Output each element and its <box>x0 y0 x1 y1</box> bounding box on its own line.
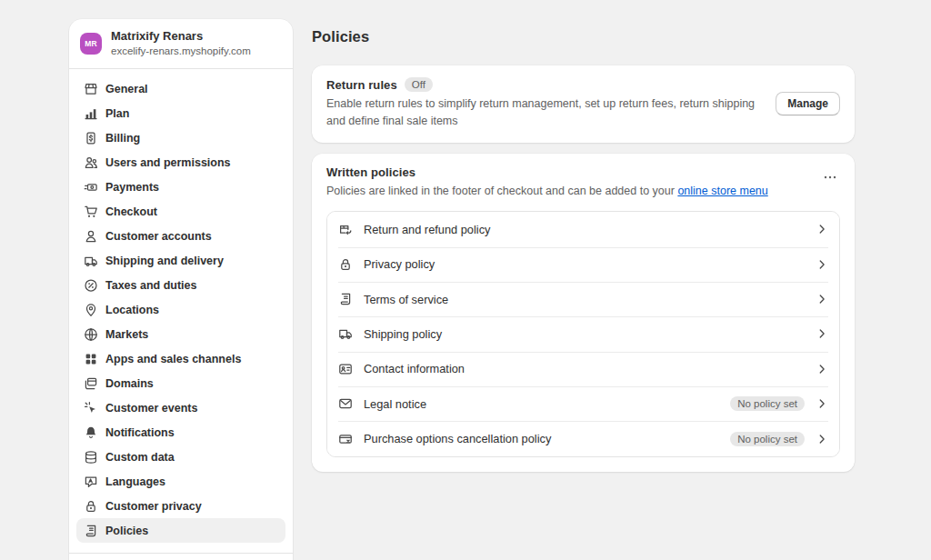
store-identity: Matrixify Renars excelify-renars.myshopi… <box>111 29 251 57</box>
scroll-icon <box>84 524 98 538</box>
sidebar-item-label: Checkout <box>105 205 157 218</box>
policy-label: Contact information <box>364 362 465 375</box>
sidebar-item-label: Apps and sales channels <box>105 353 241 365</box>
online-store-menu-link[interactable]: online store menu <box>677 185 767 197</box>
policy-status-badge: No policy set <box>730 396 805 411</box>
sidebar-item-policies[interactable]: Policies <box>76 518 285 543</box>
sidebar-item-general[interactable]: General <box>76 76 285 101</box>
sidebar-item-checkout[interactable]: Checkout <box>76 199 285 224</box>
return-rules-status-badge: Off <box>405 77 433 92</box>
policy-row-privacy-policy[interactable]: Privacy policy <box>327 247 839 282</box>
chevron-right-icon <box>816 223 828 235</box>
chevron-right-icon <box>816 258 828 271</box>
person-icon <box>84 229 98 244</box>
apps-grid-icon <box>84 352 98 366</box>
percent-circle-icon <box>84 278 98 293</box>
sidebar-item-label: Users and permissions <box>105 156 231 169</box>
scroll-icon <box>338 292 353 306</box>
sidebar-item-label: Domains <box>105 377 154 390</box>
return-rules-card: Return rules Off Enable return rules to … <box>312 65 855 143</box>
sidebar-item-shipping-and-delivery[interactable]: Shipping and delivery <box>76 248 285 273</box>
sidebar-item-billing[interactable]: Billing <box>76 125 285 150</box>
sidebar-item-label: Notifications <box>105 426 175 439</box>
policy-label: Privacy policy <box>364 257 435 271</box>
store-name: Matrixify Renars <box>111 29 251 44</box>
policy-label: Legal notice <box>364 397 426 411</box>
sidebar-item-label: Shipping and delivery <box>105 255 224 267</box>
return-rules-heading: Return rules <box>326 78 397 92</box>
policy-list: Return and refund policyPrivacy policyTe… <box>326 211 840 457</box>
envelope-icon <box>338 396 353 411</box>
sidebar-item-customer-events[interactable]: Customer events <box>76 395 285 420</box>
sidebar-item-markets[interactable]: Markets <box>76 322 285 346</box>
settings-sidebar: MR Matrixify Renars excelify-renars.mysh… <box>69 19 293 560</box>
sidebar-item-plan[interactable]: Plan <box>76 101 285 125</box>
written-policies-card: Written policies Policies are linked in … <box>312 154 855 472</box>
chevron-right-icon <box>816 397 828 410</box>
store-icon <box>84 82 98 96</box>
lock-icon <box>338 257 353 272</box>
sidebar-item-label: Customer privacy <box>105 500 202 513</box>
return-rules-description: Enable return rules to simplify return m… <box>326 95 761 131</box>
policy-label: Terms of service <box>364 293 448 306</box>
cursor-events-icon <box>84 401 98 415</box>
policy-label: Purchase options cancellation policy <box>364 432 551 445</box>
sidebar-item-apps-and-sales-channels[interactable]: Apps and sales channels <box>76 346 285 371</box>
policy-row-purchase-options-cancellation-policy[interactable]: Purchase options cancellation policyNo p… <box>327 421 839 455</box>
settings-nav: GeneralPlanBillingUsers and permissionsP… <box>69 69 293 543</box>
billing-receipt-icon <box>84 131 98 145</box>
sidebar-item-label: General <box>105 83 148 95</box>
sidebar-item-label: Policies <box>105 525 148 537</box>
written-policies-description: Policies are linked in the footer of che… <box>326 183 768 200</box>
location-pin-icon <box>84 303 98 317</box>
chevron-right-icon <box>816 363 828 375</box>
sidebar-item-label: Locations <box>105 304 159 316</box>
users-icon <box>84 155 98 170</box>
sidebar-item-customer-privacy[interactable]: Customer privacy <box>76 494 285 518</box>
bell-icon <box>84 425 98 440</box>
sidebar-item-custom-data[interactable]: Custom data <box>76 445 285 469</box>
more-actions-button[interactable] <box>820 169 840 189</box>
lock-icon <box>84 499 98 514</box>
sidebar-item-label: Taxes and duties <box>105 279 197 292</box>
policy-label: Return and refund policy <box>364 223 490 236</box>
domains-icon <box>84 376 98 391</box>
sidebar-item-taxes-and-duties[interactable]: Taxes and duties <box>76 273 285 297</box>
main-content: Policies Return rules Off Enable return … <box>312 0 855 472</box>
sidebar-bottom-divider <box>69 553 293 554</box>
sidebar-item-languages[interactable]: Languages <box>76 469 285 494</box>
sidebar-item-locations[interactable]: Locations <box>76 297 285 322</box>
policy-row-return-and-refund-policy[interactable]: Return and refund policy <box>327 212 839 246</box>
chevron-right-icon <box>816 433 828 445</box>
sidebar-item-label: Languages <box>105 475 165 488</box>
sidebar-item-domains[interactable]: Domains <box>76 371 285 395</box>
policy-status-badge: No policy set <box>730 432 805 446</box>
policy-row-legal-notice[interactable]: Legal noticeNo policy set <box>327 386 839 421</box>
sidebar-item-customer-accounts[interactable]: Customer accounts <box>76 224 285 248</box>
sidebar-item-users-and-permissions[interactable]: Users and permissions <box>76 150 285 175</box>
sidebar-item-label: Custom data <box>105 451 175 464</box>
payment-card-icon <box>84 180 98 195</box>
avatar: MR <box>80 33 102 55</box>
policy-row-contact-information[interactable]: Contact information <box>327 352 839 386</box>
sidebar-item-notifications[interactable]: Notifications <box>76 420 285 445</box>
page-title: Policies <box>312 28 855 45</box>
cart-icon <box>84 205 98 219</box>
plan-chart-icon <box>84 106 98 121</box>
package-return-icon <box>338 222 353 236</box>
manage-button[interactable]: Manage <box>776 92 840 115</box>
written-policies-heading: Written policies <box>326 165 768 179</box>
sidebar-item-label: Payments <box>105 181 159 194</box>
store-domain: excelify-renars.myshopify.com <box>111 45 251 58</box>
truck-icon <box>338 326 353 341</box>
sidebar-item-label: Markets <box>105 328 148 341</box>
horizontal-dots-icon <box>823 170 837 187</box>
globe-icon <box>84 327 98 342</box>
policy-row-shipping-policy[interactable]: Shipping policy <box>327 316 839 351</box>
sidebar-item-payments[interactable]: Payments <box>76 175 285 199</box>
translate-bubble-icon <box>84 475 98 489</box>
contact-card-icon <box>338 362 353 376</box>
sidebar-item-label: Plan <box>105 107 129 120</box>
policy-row-terms-of-service[interactable]: Terms of service <box>327 282 839 316</box>
truck-icon <box>84 254 98 268</box>
